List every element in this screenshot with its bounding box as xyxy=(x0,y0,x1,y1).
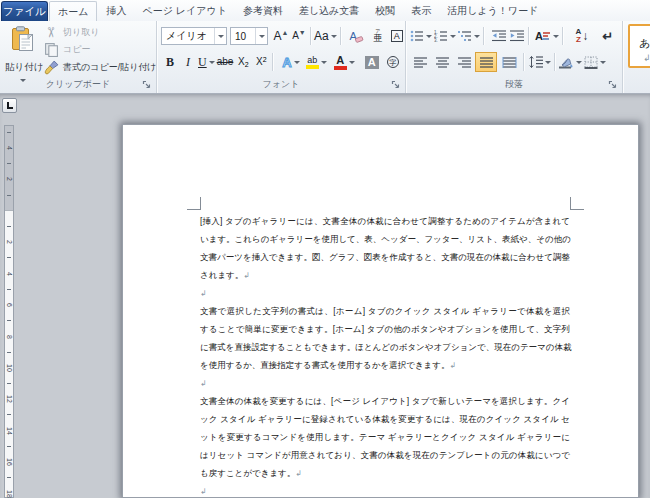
shrink-font-arrow-icon: ▼ xyxy=(299,29,306,36)
phonetic-guide-button[interactable]: ア亜 xyxy=(369,26,387,46)
distribute-button[interactable] xyxy=(497,52,521,72)
tab-review[interactable]: 校閲 xyxy=(367,1,403,21)
highlight-letters: ab xyxy=(307,56,317,65)
tab-view[interactable]: 表示 xyxy=(403,1,439,21)
style-preview-char: あ xyxy=(639,36,650,51)
text-effects-button[interactable]: A xyxy=(281,52,300,72)
subscript-number: 2 xyxy=(245,61,249,68)
paste-icon xyxy=(11,26,35,53)
highlight-color-bar xyxy=(306,65,319,69)
multilevel-list-button[interactable] xyxy=(457,26,481,46)
underline-button[interactable]: U xyxy=(197,52,216,72)
cut-icon: ✂ xyxy=(44,25,59,40)
ruler-number: 12 xyxy=(4,395,14,403)
font-dialog-launcher[interactable] xyxy=(391,80,401,90)
sort-button[interactable]: AZ ↓ xyxy=(573,26,591,46)
cut-button[interactable]: ✂ 切り取り xyxy=(44,24,99,41)
font-size-dropdown[interactable] xyxy=(255,28,267,44)
grow-font-arrow-icon: ▲ xyxy=(282,29,289,36)
sort-arrow-icon: ↓ xyxy=(582,29,588,43)
numbering-button[interactable]: 1.2.3. xyxy=(433,26,457,46)
dropdown-arrow-icon xyxy=(474,35,480,38)
borders-button[interactable] xyxy=(583,52,607,72)
copy-icon xyxy=(44,42,59,57)
separator xyxy=(554,53,555,71)
font-size-combo[interactable]: 10 xyxy=(230,27,268,45)
copy-button[interactable]: コピー xyxy=(44,41,90,58)
superscript-button[interactable]: X2 xyxy=(252,52,270,72)
text-line: います。これらのギャラリーを使用して、表、ヘッダー、フッター、リスト、表紙や、そ… xyxy=(200,230,570,248)
text-line: 文書パーツを挿入できます。図、グラフ、図表を作成すると、文書の現在の体裁に合わせ… xyxy=(200,248,570,266)
text-line: ットを変更するコマンドを使用します。テーマ ギャラリーとクイック スタイル ギャ… xyxy=(200,428,570,446)
dropdown-arrow-icon xyxy=(450,35,456,38)
dropdown-arrow-icon xyxy=(349,61,355,64)
vertical-ruler[interactable]: 4 2 2 4 6 8 10 12 14 16 18 xyxy=(4,125,14,498)
page[interactable]: [挿入] タブのギャラリーには、文書全体の体裁に合わせて調整するためのアイテムが… xyxy=(122,124,639,498)
italic-letter: I xyxy=(186,56,190,68)
asian-layout-button[interactable]: A xyxy=(534,26,560,46)
character-shading-letter: A xyxy=(365,56,379,69)
dropdown-arrow-icon xyxy=(209,61,215,64)
line-spacing-button[interactable] xyxy=(528,52,552,72)
ruler-number: 10 xyxy=(4,364,14,372)
subscript-button[interactable]: X2 xyxy=(234,52,252,72)
tab-references[interactable]: 参考資料 xyxy=(235,1,291,21)
paragraph-mark: ↲ xyxy=(200,379,207,388)
tab-page-layout[interactable]: ページ レイアウト xyxy=(134,1,234,21)
clear-formatting-button[interactable]: A xyxy=(348,26,366,46)
font-name-combo[interactable]: メイリオ xyxy=(161,27,227,45)
character-border-button[interactable]: A xyxy=(389,26,405,46)
shading-button[interactable] xyxy=(557,52,583,72)
grow-font-button[interactable]: A▲ xyxy=(272,26,290,46)
text-run: を使用するか、直接指定する書式を使用するかを選択できます。 xyxy=(200,360,450,370)
tab-custom-word[interactable]: 活用しよう！ワード xyxy=(439,1,546,21)
numbering-icon: 1.2.3. xyxy=(434,30,448,42)
text-run: も戻すことができます。 xyxy=(200,468,295,478)
tab-home[interactable]: ホーム xyxy=(49,1,97,21)
show-marks-button[interactable]: ↵ xyxy=(599,26,617,46)
distribute-icon xyxy=(502,57,517,68)
align-left-button[interactable] xyxy=(409,52,431,72)
font-name-dropdown[interactable] xyxy=(214,28,226,44)
increase-indent-button[interactable] xyxy=(508,26,526,46)
text-line: はリセット コマンドが用意されており、文書の体裁を現在のテンプレートの元の体裁に… xyxy=(200,446,570,464)
icon-stack: A xyxy=(334,55,347,70)
group-styles: あ ↲ xyxy=(624,21,650,93)
tab-mailings[interactable]: 差し込み文書 xyxy=(291,1,367,21)
italic-button[interactable]: I xyxy=(179,52,197,72)
separator xyxy=(523,53,524,71)
clipboard-dialog-launcher[interactable] xyxy=(142,80,152,90)
character-shading-button[interactable]: A xyxy=(363,52,381,72)
paragraph-mark: ↲ xyxy=(295,469,302,478)
text-run: されます。 xyxy=(200,270,243,280)
highlight-button[interactable]: ab xyxy=(305,52,328,72)
asian-layout-letter: A xyxy=(535,31,543,42)
text-effects-letter: A xyxy=(282,56,291,69)
line-spacing-icon xyxy=(529,56,543,68)
ribbon-tab-bar: ファイル ホーム 挿入 ページ レイアウト 参考資料 差し込み文書 校閲 表示 … xyxy=(0,0,650,21)
decrease-indent-button[interactable] xyxy=(490,26,508,46)
strikethrough-button[interactable]: abe xyxy=(216,52,235,72)
tab-insert[interactable]: 挿入 xyxy=(98,1,134,21)
icon-stack: ab xyxy=(306,56,319,69)
align-right-button[interactable] xyxy=(453,52,475,72)
bullets-button[interactable] xyxy=(409,26,433,46)
document-area: 4 2 2 4 6 8 10 12 14 16 18 [挿入] タブのギャ xyxy=(0,94,650,498)
document-text[interactable]: [挿入] タブのギャラリーには、文書全体の体裁に合わせて調整するためのアイテムが… xyxy=(200,212,570,498)
style-preview-normal[interactable]: あ ↲ xyxy=(628,24,650,68)
align-center-button[interactable] xyxy=(431,52,453,72)
font-color-button[interactable]: A xyxy=(333,52,356,72)
bold-button[interactable]: B xyxy=(161,52,179,72)
justify-button[interactable] xyxy=(475,52,497,72)
tab-file[interactable]: ファイル xyxy=(1,1,48,21)
crop-mark-top-right xyxy=(570,209,584,210)
paragraph-mark: ↲ xyxy=(200,487,207,496)
shrink-font-button[interactable]: A▼ xyxy=(290,26,308,46)
change-case-button[interactable]: Aa xyxy=(313,26,338,46)
enclose-characters-button[interactable]: 字 xyxy=(385,52,401,72)
paragraph-dialog-launcher[interactable] xyxy=(608,80,618,90)
font-size-value: 10 xyxy=(235,31,255,42)
ruler-number: 2 xyxy=(4,238,14,246)
tab-stop-selector[interactable] xyxy=(2,98,17,113)
format-painter-button[interactable]: 書式のコピー/貼り付け xyxy=(44,59,157,76)
